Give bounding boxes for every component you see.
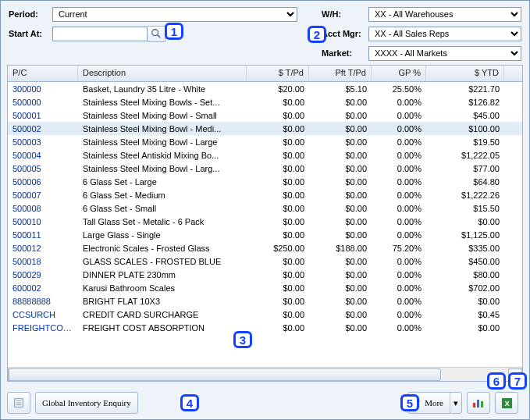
cell-pft: $0.00 (309, 124, 372, 133)
cell-gp: 0.00% (372, 111, 426, 120)
cell-ytd: $80.00 (426, 270, 504, 279)
table-row[interactable]: 500001Stainless Steel Mixing Bowl - Smal… (8, 109, 522, 122)
market-select[interactable]: XXXX - All Markets (368, 46, 521, 61)
horizontal-scrollbar[interactable]: ◂ ▸ (8, 367, 522, 381)
acctmgr-label: Acct Mgr: (322, 29, 368, 38)
table-row[interactable]: 5000086 Glass Set - Small$0.00$0.000.00%… (8, 201, 522, 215)
cell-desc: 6 Glass Set - Large (78, 177, 247, 187)
cell-ytd: $0.00 (426, 323, 504, 333)
cell-desc: Stainless Steel Mixing Bowls - Set... (78, 98, 247, 107)
cell-gp: 0.00% (372, 283, 426, 293)
table-row[interactable]: 500018GLASS SCALES - FROSTED BLUE$0.00$0… (8, 254, 522, 268)
inventory-enquiry-window: Period: Current W/H: XX - All Warehouses… (0, 0, 530, 420)
cell-gp: 0.00% (372, 310, 426, 319)
cell-pft: $188.00 (309, 244, 372, 253)
cell-pc: 500006 (8, 177, 78, 187)
table-row[interactable]: 500004Stainless Steel Antiskid Mixing Bo… (8, 148, 522, 162)
options-button[interactable] (7, 392, 30, 414)
cell-gp: 0.00% (372, 124, 426, 133)
table-row[interactable]: 600002Karusi Bathroom Scales$0.00$0.000.… (8, 281, 522, 294)
cell-gp: 0.00% (372, 257, 426, 266)
grid-body[interactable]: 300000Basket, Laundry 35 Litre - White$2… (8, 82, 522, 368)
startat-label: Start At: (9, 29, 52, 38)
svg-rect-8 (481, 401, 483, 408)
cell-pc: 300000 (8, 84, 78, 94)
cell-ytd: $100.00 (426, 124, 504, 133)
col-header-tpd[interactable]: $ T/Pd (247, 66, 309, 81)
table-row[interactable]: FREIGHTCOSTFREIGHT COST ABSORPTION$0.00$… (8, 321, 522, 334)
cell-pc: 500003 (8, 137, 78, 147)
table-row[interactable]: 500010Tall Glass Set - Metalic - 6 Pack$… (8, 215, 522, 228)
col-header-desc[interactable]: Description (78, 66, 247, 81)
cell-desc: Stainless Steel Mixing Bowl - Large (78, 137, 247, 147)
cell-pc: FREIGHTCOST (8, 323, 78, 333)
cell-desc: Stainless Steel Antiskid Mixing Bo... (78, 151, 247, 160)
cell-tpd: $0.00 (247, 111, 309, 120)
cell-desc: Electronic Scales - Frosted Glass (78, 244, 247, 253)
cell-pft: $0.00 (309, 98, 372, 107)
table-row[interactable]: 500005Stainless Steel Mixing Bowl - Larg… (8, 162, 522, 175)
cell-pft: $0.00 (309, 257, 372, 266)
cell-pft: $0.00 (309, 323, 372, 333)
cell-pc: 500012 (8, 244, 78, 253)
table-row[interactable]: 500029DINNER PLATE 230mm$0.00$0.000.00%$… (8, 268, 522, 281)
cell-desc: DINNER PLATE 230mm (78, 270, 247, 279)
callout-5: 5 (400, 394, 419, 411)
cell-ytd: $0.00 (426, 297, 504, 306)
cell-desc: Stainless Steel Mixing Bowl - Small (78, 111, 247, 120)
scroll-thumb[interactable] (9, 368, 441, 381)
table-row[interactable]: 500011Large Glass - Single$0.00$0.000.00… (8, 228, 522, 241)
cell-gp: 0.00% (372, 270, 426, 279)
cell-desc: CREDIT CARD SURCHARGE (78, 310, 247, 319)
svg-point-0 (152, 30, 158, 36)
cell-ytd: $702.00 (426, 283, 504, 293)
table-row[interactable]: 88888888BRIGHT FLAT 10X3$0.00$0.000.00%$… (8, 294, 522, 308)
col-header-gp[interactable]: GP % (372, 66, 426, 81)
acctmgr-select[interactable]: XX - All Sales Reps (368, 27, 521, 41)
cell-pc: 500018 (8, 257, 78, 266)
cell-tpd: $20.00 (247, 84, 309, 94)
warehouse-select[interactable]: XX - All Warehouses (368, 7, 521, 22)
callout-2: 2 (308, 26, 326, 43)
cell-tpd: $0.00 (247, 164, 309, 173)
table-row[interactable]: 500002Stainless Steel Mixing Bowl - Medi… (8, 122, 522, 135)
cell-pc: 500004 (8, 151, 78, 160)
table-row[interactable]: CCSURCHCREDIT CARD SURCHARGE$0.00$0.000.… (8, 308, 522, 321)
cell-tpd: $250.00 (247, 244, 309, 253)
cell-gp: 0.00% (372, 137, 426, 147)
cell-pft: $0.00 (309, 230, 372, 240)
cell-desc: 6 Glass Set - Small (78, 204, 247, 213)
col-header-pft[interactable]: Pft T/Pd (309, 66, 372, 81)
bar-chart-icon (472, 397, 485, 408)
table-row[interactable]: 500000Stainless Steel Mixing Bowls - Set… (8, 95, 522, 109)
cell-desc: Tall Glass Set - Metalic - 6 Pack (78, 217, 247, 226)
cell-tpd: $0.00 (247, 124, 309, 133)
callout-7: 7 (508, 372, 527, 390)
grid-header: P/C Description $ T/Pd Pft T/Pd GP % $ Y… (8, 66, 522, 82)
col-header-pc[interactable]: P/C (8, 66, 78, 81)
callout-6: 6 (487, 372, 506, 390)
magnifier-icon (151, 28, 162, 39)
period-select[interactable]: Current (52, 7, 297, 22)
global-inventory-enquiry-button[interactable]: Global Inventory Enquiry (35, 392, 138, 414)
cell-ytd: $0.00 (426, 217, 504, 226)
more-dropdown-arrow[interactable]: ▾ (450, 393, 461, 413)
cell-tpd: $0.00 (247, 204, 309, 213)
export-excel-button[interactable]: X (495, 392, 518, 414)
cell-desc: Stainless Steel Mixing Bowl - Larg... (78, 164, 247, 173)
svg-rect-7 (477, 400, 479, 408)
startat-input[interactable] (52, 27, 148, 41)
table-row[interactable]: 5000076 Glass Set - Medium$0.00$0.000.00… (8, 188, 522, 201)
cell-ytd: $0.45 (426, 310, 504, 319)
cell-gp: 0.00% (372, 204, 426, 213)
chart-button[interactable] (467, 392, 490, 414)
table-row[interactable]: 500003Stainless Steel Mixing Bowl - Larg… (8, 135, 522, 148)
startat-search-button[interactable] (148, 26, 165, 42)
table-row[interactable]: 500012Electronic Scales - Frosted Glass$… (8, 241, 522, 254)
cell-ytd: $19.50 (426, 137, 504, 147)
col-header-ytd[interactable]: $ YTD (426, 66, 504, 81)
table-row[interactable]: 5000066 Glass Set - Large$0.00$0.000.00%… (8, 175, 522, 188)
table-row[interactable]: 300000Basket, Laundry 35 Litre - White$2… (8, 82, 522, 95)
cell-ytd: $450.00 (426, 257, 504, 266)
cell-pft: $0.00 (309, 111, 372, 120)
